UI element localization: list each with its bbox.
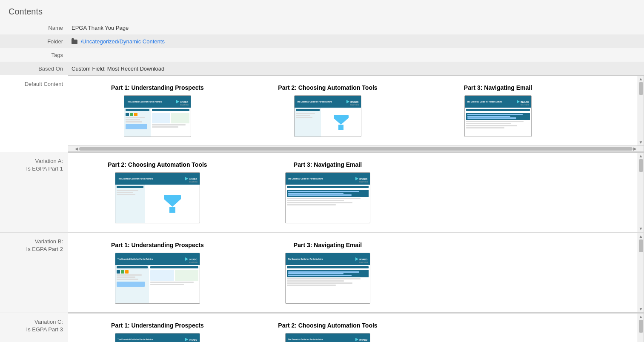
based-on-label: Based On: [0, 66, 68, 72]
default-card-2-title: Part 2: Choosing Automation Tools: [251, 84, 404, 91]
prospects-doc-image: The Essential Guide for Pardot Admins IN…: [124, 95, 191, 137]
email-doc-image: The Essential Guide for Pardot Admins IN…: [464, 95, 532, 137]
variation-a-content[interactable]: Part 2: Choosing Automation Tools The Es…: [68, 152, 644, 232]
default-scrollbar-v[interactable]: ▲ ▼: [638, 76, 644, 145]
variation-b-scroll[interactable]: Part 1: Understanding Prospects The Esse…: [68, 233, 644, 312]
default-scrollbar-h[interactable]: ◀ ▶: [68, 145, 644, 151]
variation-b-card-1: Part 1: Understanding Prospects The Esse…: [72, 237, 243, 308]
variation-b-card-2-image: The Essential Guide for Pardot Admins IN…: [251, 253, 404, 304]
var-b-scroll-down[interactable]: ▼: [639, 307, 643, 311]
folder-icon: [72, 40, 77, 44]
default-content-label: Default Content: [0, 75, 68, 152]
var-b-scroll-thumb[interactable]: [639, 239, 643, 252]
variation-a-card-1-image: The Essential Guide for Pardot Admins IN…: [81, 172, 234, 223]
variation-b-label: Variation B: Is EGPA Part 2: [0, 233, 68, 313]
scroll-thumb-v[interactable]: [639, 82, 643, 95]
variation-a-card-2-title: Part 3: Navigating Email: [251, 161, 404, 168]
default-card-3: Part 3: Navigating Email The Essential G…: [413, 80, 583, 141]
variation-b-card-2: Part 3: Navigating Email The Essential G…: [243, 237, 413, 308]
default-card-3-title: Part 3: Navigating Email: [421, 84, 575, 91]
variation-c-card-2-title: Part 2: Choosing Automation Tools: [251, 322, 404, 329]
variation-c-card-1: Part 1: Understanding Prospects The Esse…: [72, 318, 243, 342]
scroll-right-arrow[interactable]: ▶: [633, 146, 638, 151]
var-c-scroll-up[interactable]: ▲: [639, 314, 643, 319]
variation-c-card-2: Part 2: Choosing Automation Tools The Es…: [243, 318, 413, 342]
variation-c-prospects-doc: The Essential Guide for Pardot Admins IN…: [115, 333, 200, 342]
variation-b-email-doc: The Essential Guide for Pardot Admins IN…: [285, 253, 370, 304]
variation-c-label: Variation C: Is EGPA Part 3: [0, 313, 68, 342]
tags-row: Tags: [0, 48, 644, 62]
folder-label: Folder: [0, 38, 68, 45]
tags-label: Tags: [0, 52, 68, 58]
default-card-1-title: Part 1: Understanding Prospects: [81, 84, 234, 91]
scroll-down-arrow[interactable]: ▼: [639, 140, 643, 145]
variation-a-scroll[interactable]: Part 2: Choosing Automation Tools The Es…: [68, 153, 644, 232]
variation-c-scrollbar-v[interactable]: ▲ ▼: [638, 314, 644, 342]
variation-c-section: Variation C: Is EGPA Part 3 Part 1: Unde…: [0, 313, 644, 342]
folder-row: Folder /Uncategorized/Dynamic Contents: [0, 34, 644, 48]
scroll-thumb-h[interactable]: [79, 147, 633, 151]
default-card-2-image-container: The Essential Guide for Pardot Admins IN…: [251, 95, 404, 137]
default-scroll-area[interactable]: Part 1: Understanding Prospects The Esse…: [68, 76, 644, 145]
var-b-scroll-up[interactable]: ▲: [639, 234, 643, 239]
default-card-3-image-container: The Essential Guide for Pardot Admins IN…: [421, 95, 575, 137]
metadata-section: Name EPGA Thank You Page Folder /Uncateg…: [0, 21, 644, 75]
variation-a-section: Variation A: Is EGPA Part 1 Part 2: Choo…: [0, 152, 644, 233]
var-a-scroll-up[interactable]: ▲: [639, 154, 643, 158]
default-content-area[interactable]: Part 1: Understanding Prospects The Esse…: [68, 75, 644, 152]
variation-a-automation-doc: The Essential Guide for Pardot Admins IN…: [115, 172, 200, 223]
variation-a-card-1: Part 2: Choosing Automation Tools The Es…: [72, 157, 243, 228]
based-on-row: Based On Custom Field: Most Recent Downl…: [0, 62, 644, 75]
variation-b-card-1-title: Part 1: Understanding Prospects: [81, 242, 234, 248]
variation-c-card-1-image: The Essential Guide for Pardot Admins IN…: [81, 333, 234, 342]
page-title: Contents: [0, 0, 644, 21]
default-card-1: Part 1: Understanding Prospects The Esse…: [72, 80, 243, 141]
variation-c-automation-doc: The Essential Guide for Pardot Admins IN…: [285, 333, 370, 342]
variation-c-content[interactable]: Part 1: Understanding Prospects The Esse…: [68, 313, 644, 342]
name-row: Name EPGA Thank You Page: [0, 21, 644, 34]
var-a-scroll-down[interactable]: ▼: [639, 226, 643, 231]
variation-a-card-2-image: The Essential Guide for Pardot Admins IN…: [251, 172, 404, 223]
scroll-up-arrow[interactable]: ▲: [639, 77, 643, 81]
default-card-2: Part 2: Choosing Automation Tools The Es…: [243, 80, 413, 141]
scroll-left-arrow[interactable]: ◀: [74, 146, 79, 151]
variation-a-card-2: Part 3: Navigating Email The Essential G…: [243, 157, 413, 228]
variation-b-section: Variation B: Is EGPA Part 2 Part 1: Unde…: [0, 233, 644, 313]
variation-a-card-1-title: Part 2: Choosing Automation Tools: [81, 161, 234, 168]
folder-link[interactable]: /Uncategorized/Dynamic Contents: [81, 38, 165, 45]
variation-a-label: Variation A: Is EGPA Part 1: [0, 152, 68, 232]
variation-b-scrollbar-v[interactable]: ▲ ▼: [638, 233, 644, 312]
based-on-value: Custom Field: Most Recent Download: [68, 64, 644, 74]
automation-doc-image: The Essential Guide for Pardot Admins IN…: [294, 95, 361, 137]
default-card-1-image-container: The Essential Guide for Pardot Admins IN…: [81, 95, 234, 137]
variation-a-email-doc: The Essential Guide for Pardot Admins IN…: [285, 172, 370, 223]
variation-a-scrollbar-v[interactable]: ▲ ▼: [638, 153, 644, 232]
variation-b-card-2-title: Part 3: Navigating Email: [251, 242, 404, 248]
variation-c-scroll[interactable]: Part 1: Understanding Prospects The Esse…: [68, 314, 644, 342]
default-content-section: Default Content Part 1: Understanding Pr…: [0, 75, 644, 152]
variation-b-prospects-doc: The Essential Guide for Pardot Admins IN…: [115, 253, 200, 304]
variation-c-card-1-title: Part 1: Understanding Prospects: [81, 322, 234, 329]
folder-value: /Uncategorized/Dynamic Contents: [68, 37, 644, 46]
var-c-scroll-thumb[interactable]: [639, 320, 643, 333]
name-label: Name: [0, 25, 68, 31]
var-a-scroll-thumb[interactable]: [639, 159, 643, 172]
variation-c-card-2-image: The Essential Guide for Pardot Admins IN…: [251, 333, 404, 342]
name-value: EPGA Thank You Page: [68, 23, 644, 33]
tags-value: [68, 53, 644, 57]
variation-b-card-1-image: The Essential Guide for Pardot Admins IN…: [81, 253, 234, 304]
variation-b-content[interactable]: Part 1: Understanding Prospects The Esse…: [68, 233, 644, 313]
